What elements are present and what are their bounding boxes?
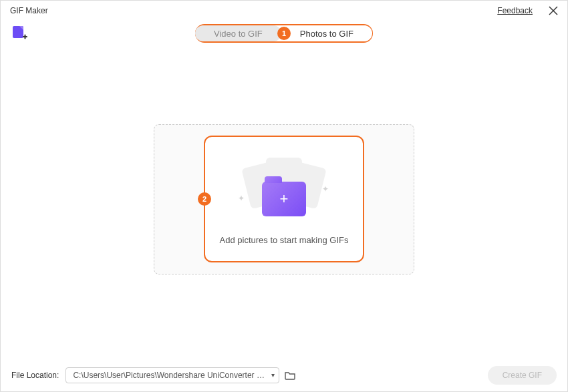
drop-zone[interactable]: 2 + ✦ ✦ Add pictures to start making GIF…: [204, 136, 364, 262]
app-logo-icon: [11, 25, 29, 42]
drop-zone-outer: 2 + ✦ ✦ Add pictures to start making GIF…: [154, 124, 414, 274]
tab-label: Photos to GIF: [300, 29, 353, 39]
step-badge-2: 2: [198, 192, 211, 206]
chevron-down-icon[interactable]: ▾: [271, 371, 275, 379]
feedback-link[interactable]: Feedback: [497, 6, 533, 15]
close-icon[interactable]: [549, 6, 558, 15]
file-location-label: File Location:: [11, 371, 59, 380]
tab-photos-to-gif[interactable]: Photos to GIF: [281, 25, 372, 41]
window-title: GIF Maker: [10, 6, 48, 15]
create-gif-button[interactable]: Create GIF: [488, 366, 557, 385]
tab-label: Video to GIF: [214, 29, 263, 39]
open-folder-icon[interactable]: [285, 371, 295, 380]
file-location-input[interactable]: C:\Users\User\Pictures\Wondershare UniCo…: [65, 367, 279, 383]
add-pictures-graphic: + ✦ ✦: [241, 154, 327, 227]
tab-video-to-gif[interactable]: Video to GIF: [195, 25, 281, 41]
drop-zone-text: Add pictures to start making GIFs: [220, 235, 349, 245]
step-badge-1: 1: [277, 27, 291, 40]
file-location-path: C:\Users\User\Pictures\Wondershare UniCo…: [73, 371, 267, 380]
main-area: 2 + ✦ ✦ Add pictures to start making GIF…: [1, 49, 567, 349]
folder-plus-icon: +: [262, 182, 306, 216]
tab-bar: Video to GIF 1 Photos to GIF: [195, 24, 373, 43]
